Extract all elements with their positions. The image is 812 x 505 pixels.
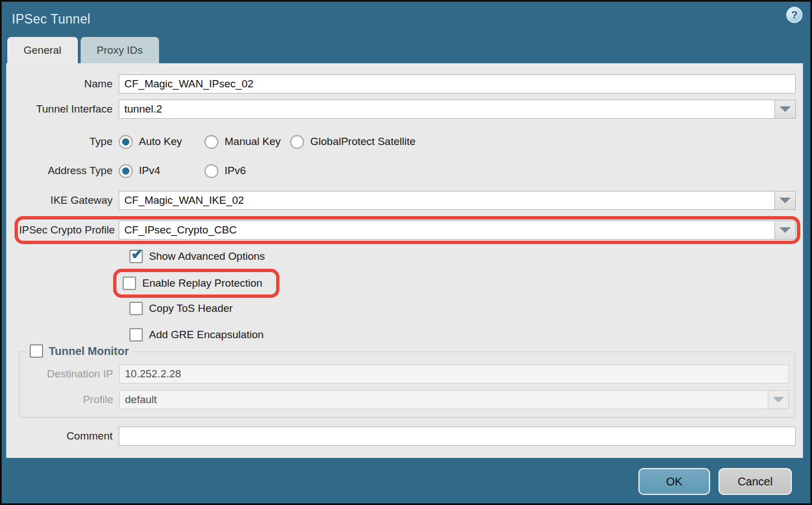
checkbox-copy-tos-header[interactable]: ✔ Copy ToS Header xyxy=(129,301,802,316)
ipsec-crypto-profile-label: IPSec Crypto Profile xyxy=(19,224,119,236)
checkbox-add-gre-encapsulation[interactable]: ✔ Add GRE Encapsulation xyxy=(129,327,802,343)
radio-manual-key[interactable]: Manual Key xyxy=(204,135,283,149)
chevron-down-icon xyxy=(780,106,791,112)
cancel-button[interactable]: Cancel xyxy=(718,468,792,495)
radio-icon xyxy=(119,164,133,178)
name-label: Name xyxy=(7,78,119,90)
tab-general-label: General xyxy=(24,44,62,57)
profile-label: Profile xyxy=(20,394,119,406)
radio-auto-key[interactable]: Auto Key xyxy=(119,135,197,149)
profile-dropdown-button xyxy=(768,390,789,409)
tunnel-interface-label: Tunnel Interface xyxy=(7,103,119,115)
radio-ipv4[interactable]: IPv4 xyxy=(119,164,197,178)
chevron-down-icon xyxy=(780,198,791,203)
address-type-radio-group: IPv4 IPv6 xyxy=(119,164,290,178)
radio-icon xyxy=(204,135,218,149)
ike-gateway-dropdown-button[interactable] xyxy=(775,191,796,210)
help-icon-glyph: ? xyxy=(791,9,798,21)
tunnel-interface-row: Tunnel Interface xyxy=(7,100,802,119)
ipsec-crypto-profile-row: IPSec Crypto Profile xyxy=(19,221,796,240)
checkbox-enable-replay-protection[interactable]: ✔ Enable Replay Protection xyxy=(123,275,262,291)
highlight-box-enable-replay-protection: ✔ Enable Replay Protection xyxy=(113,269,279,298)
checkbox-icon: ✔ xyxy=(129,302,143,315)
highlight-box-ipsec-crypto-profile: IPSec Crypto Profile xyxy=(15,216,800,244)
destination-ip-label: Destination IP xyxy=(20,368,119,380)
profile-row: Profile xyxy=(20,390,795,409)
destination-ip-input xyxy=(119,364,789,384)
address-type-label: Address Type xyxy=(7,165,119,177)
name-row: Name xyxy=(7,74,802,93)
ipsec-tunnel-dialog: IPSec Tunnel ? General Proxy IDs Name Tu… xyxy=(0,0,812,505)
type-label: Type xyxy=(7,135,119,148)
chevron-down-icon xyxy=(773,397,784,403)
checkmark-icon: ✔ xyxy=(131,246,143,263)
dialog-footer: OK Cancel xyxy=(2,458,810,505)
tab-proxy-ids-label: Proxy IDs xyxy=(97,44,143,57)
radio-ipv6[interactable]: IPv6 xyxy=(204,164,283,178)
dialog-titlebar: IPSec Tunnel ? xyxy=(2,2,810,37)
general-tab-panel: Name Tunnel Interface Type Auto Key xyxy=(6,63,803,458)
name-input[interactable] xyxy=(119,74,796,93)
ike-gateway-row: IKE Gateway xyxy=(7,191,802,210)
tab-proxy-ids[interactable]: Proxy IDs xyxy=(81,37,159,63)
tunnel-interface-dropdown-button[interactable] xyxy=(775,100,796,119)
checkbox-tunnel-monitor[interactable]: ✔ Tunnel Monitor xyxy=(26,344,132,358)
address-type-row: Address Type IPv4 IPv6 xyxy=(7,163,802,179)
tunnel-interface-input[interactable] xyxy=(119,100,775,119)
type-radio-group: Auto Key Manual Key GlobalProtect Satell… xyxy=(119,135,423,149)
comment-input[interactable] xyxy=(119,427,796,446)
type-row: Type Auto Key Manual Key GlobalProtect S… xyxy=(7,134,802,149)
ike-gateway-label: IKE Gateway xyxy=(7,194,119,207)
ike-gateway-input[interactable] xyxy=(119,191,775,210)
checkbox-icon: ✔ xyxy=(129,328,143,342)
radio-icon xyxy=(204,164,218,178)
ipsec-crypto-profile-dropdown-button[interactable] xyxy=(775,221,796,240)
checkbox-icon: ✔ xyxy=(129,250,143,263)
tab-general[interactable]: General xyxy=(7,37,78,63)
destination-ip-row: Destination IP xyxy=(20,364,795,384)
checkbox-icon: ✔ xyxy=(30,344,43,358)
radio-globalprotect-satellite[interactable]: GlobalProtect Satellite xyxy=(290,135,416,149)
tunnel-monitor-label: Tunnel Monitor xyxy=(49,345,129,358)
tunnel-monitor-fieldset: ✔ Tunnel Monitor Destination IP Profile xyxy=(19,352,795,418)
radio-icon xyxy=(290,135,304,149)
tab-bar: General Proxy IDs xyxy=(2,37,810,63)
ok-button[interactable]: OK xyxy=(638,468,710,495)
checkbox-show-advanced-options[interactable]: ✔ Show Advanced Options xyxy=(129,249,802,264)
profile-input xyxy=(119,390,768,409)
comment-row: Comment xyxy=(7,427,802,446)
checkbox-icon: ✔ xyxy=(123,277,136,290)
dialog-title: IPSec Tunnel xyxy=(12,12,90,27)
help-icon[interactable]: ? xyxy=(786,7,802,23)
chevron-down-icon xyxy=(780,227,791,233)
comment-label: Comment xyxy=(7,430,119,442)
radio-icon xyxy=(119,135,133,149)
ipsec-crypto-profile-input[interactable] xyxy=(119,221,775,240)
